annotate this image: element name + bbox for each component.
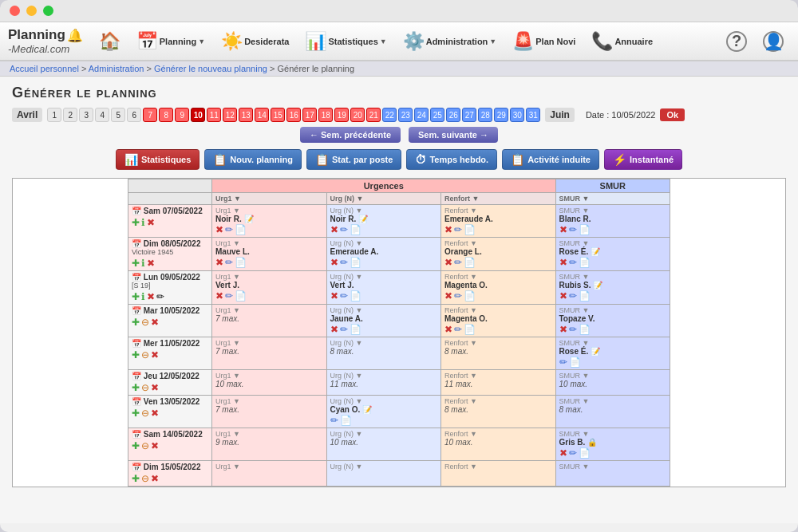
add-icon-1[interactable]: ✚: [132, 217, 140, 228]
smur-x-2[interactable]: ✖: [559, 257, 567, 268]
urg1-x-3[interactable]: ✖: [215, 290, 223, 301]
smur-e-8[interactable]: ✏: [569, 447, 577, 459]
pencil-icon-3[interactable]: ✏: [156, 291, 164, 302]
add-icon-5[interactable]: ✚: [132, 349, 140, 361]
del-icon-7[interactable]: ✖: [151, 408, 159, 419]
smur-x-8[interactable]: ✖: [559, 447, 567, 459]
nav-help[interactable]: ?: [720, 28, 753, 55]
renfort-x-3[interactable]: ✖: [444, 290, 452, 301]
next-week-button[interactable]: Sem. suivante →: [409, 127, 498, 143]
renfort-doc-2[interactable]: 📄: [464, 257, 476, 268]
add-icon-4[interactable]: ✚: [132, 317, 140, 328]
day-btn-8[interactable]: 8: [159, 108, 173, 122]
urg-n-x-2[interactable]: ✖: [330, 257, 338, 268]
nav-plan-novi[interactable]: 🚨 Plan Novi: [506, 28, 582, 55]
renfort-e-1[interactable]: ✏: [454, 224, 462, 235]
day-btn-19[interactable]: 19: [334, 108, 349, 122]
renfort-e-4[interactable]: ✏: [454, 324, 462, 335]
day-btn-5[interactable]: 5: [111, 108, 125, 122]
breadcrumb-home[interactable]: Accueil personnel: [10, 64, 79, 73]
add-icon-2[interactable]: ✚: [132, 258, 140, 269]
smur-e-3[interactable]: ✏: [569, 290, 577, 301]
urg1-e-2[interactable]: ✏: [225, 257, 233, 268]
del-icon-8[interactable]: ✖: [151, 440, 159, 451]
day-btn-1[interactable]: 1: [47, 108, 61, 122]
ok-button[interactable]: Ok: [660, 108, 685, 121]
smur-x-1[interactable]: ✖: [559, 224, 567, 235]
day-btn-26[interactable]: 26: [446, 108, 460, 122]
day-btn-9[interactable]: 9: [175, 108, 189, 122]
urg-n-e-1[interactable]: ✏: [340, 224, 348, 235]
day-btn-6[interactable]: 6: [127, 108, 141, 122]
smur-e-1[interactable]: ✏: [569, 224, 577, 235]
day-btn-4[interactable]: 4: [95, 108, 109, 122]
day-btn-23[interactable]: 23: [398, 108, 413, 122]
activite-button[interactable]: 📋 Activité induite: [502, 149, 599, 170]
urg1-doc-2[interactable]: 📄: [235, 257, 247, 268]
urg-n-e-7[interactable]: ✏: [330, 415, 338, 426]
nav-user[interactable]: 👤: [757, 28, 790, 55]
renfort-doc-3[interactable]: 📄: [464, 290, 476, 301]
urg-n-x-1[interactable]: ✖: [330, 224, 338, 235]
urg1-x-2[interactable]: ✖: [215, 257, 223, 268]
renfort-x-4[interactable]: ✖: [444, 324, 452, 335]
smur-doc-5[interactable]: 📄: [569, 357, 581, 368]
warn-icon-8[interactable]: ⊖: [141, 440, 149, 451]
urg-n-x-3[interactable]: ✖: [330, 290, 338, 301]
urg1-doc-1[interactable]: 📄: [235, 224, 247, 235]
day-btn-25[interactable]: 25: [430, 108, 444, 122]
day-btn-11[interactable]: 11: [207, 108, 221, 122]
urg-n-doc-1[interactable]: 📄: [350, 224, 361, 235]
day-btn-3[interactable]: 3: [79, 108, 93, 122]
day-btn-29[interactable]: 29: [494, 108, 508, 122]
add-icon-7[interactable]: ✚: [132, 408, 140, 419]
day-btn-15[interactable]: 15: [271, 108, 285, 122]
urg1-doc-3[interactable]: 📄: [235, 290, 247, 301]
renfort-x-1[interactable]: ✖: [444, 224, 452, 235]
urg1-x-1[interactable]: ✖: [215, 224, 223, 235]
urg-n-x-4[interactable]: ✖: [330, 324, 338, 335]
breadcrumb-admin[interactable]: Administration: [89, 64, 144, 73]
instantane-button[interactable]: ⚡ Instantané: [604, 149, 682, 170]
day-btn-17[interactable]: 17: [302, 108, 317, 122]
prev-week-button[interactable]: ← Sem. précédente: [300, 127, 401, 143]
day-btn-31[interactable]: 31: [526, 108, 540, 122]
nav-administration[interactable]: ⚙️ Administration ▼: [397, 28, 504, 55]
smur-x-4[interactable]: ✖: [559, 324, 567, 335]
nav-desiderata[interactable]: ☀️ Desiderata: [215, 28, 295, 55]
nav-statistiques[interactable]: 📊 Statistiques ▼: [298, 28, 393, 55]
del-icon-6[interactable]: ✖: [151, 382, 159, 393]
urg-n-doc-3[interactable]: 📄: [350, 290, 361, 301]
warn-icon-4[interactable]: ⊖: [141, 317, 149, 328]
smur-e-4[interactable]: ✏: [569, 324, 577, 335]
renfort-doc-4[interactable]: 📄: [464, 324, 476, 335]
day-btn-13[interactable]: 13: [239, 108, 253, 122]
smur-doc-4[interactable]: 📄: [579, 324, 591, 335]
info-icon-3[interactable]: ℹ: [141, 291, 145, 302]
del-icon-9[interactable]: ✖: [151, 473, 159, 484]
del-icon-1[interactable]: ✖: [147, 217, 155, 228]
renfort-e-2[interactable]: ✏: [454, 257, 462, 268]
urg-n-e-3[interactable]: ✏: [340, 290, 348, 301]
urg-n-doc-2[interactable]: 📄: [350, 257, 361, 268]
del-icon-4[interactable]: ✖: [151, 317, 159, 328]
smur-doc-8[interactable]: 📄: [579, 447, 591, 459]
add-icon-9[interactable]: ✚: [132, 473, 140, 484]
smur-e-2[interactable]: ✏: [569, 257, 577, 268]
warn-icon-6[interactable]: ⊖: [141, 382, 149, 393]
close-dot[interactable]: [10, 6, 20, 16]
nav-annuaire[interactable]: 📞 Annuaire: [585, 28, 659, 55]
del-icon-3[interactable]: ✖: [147, 291, 155, 302]
smur-doc-2[interactable]: 📄: [579, 257, 591, 268]
del-icon-5[interactable]: ✖: [151, 349, 159, 361]
urg-n-e-2[interactable]: ✏: [340, 257, 348, 268]
day-btn-20[interactable]: 20: [350, 108, 365, 122]
add-icon-8[interactable]: ✚: [132, 440, 140, 451]
warn-icon-5[interactable]: ⊖: [141, 349, 149, 361]
smur-x-3[interactable]: ✖: [559, 290, 567, 301]
nouv-planning-button[interactable]: 📋 Nouv. planning: [204, 149, 302, 170]
stats-button[interactable]: 📊 Statistiques: [116, 149, 200, 170]
day-btn-28[interactable]: 28: [478, 108, 492, 122]
day-btn-21[interactable]: 21: [366, 108, 381, 122]
maximize-dot[interactable]: [43, 6, 53, 16]
